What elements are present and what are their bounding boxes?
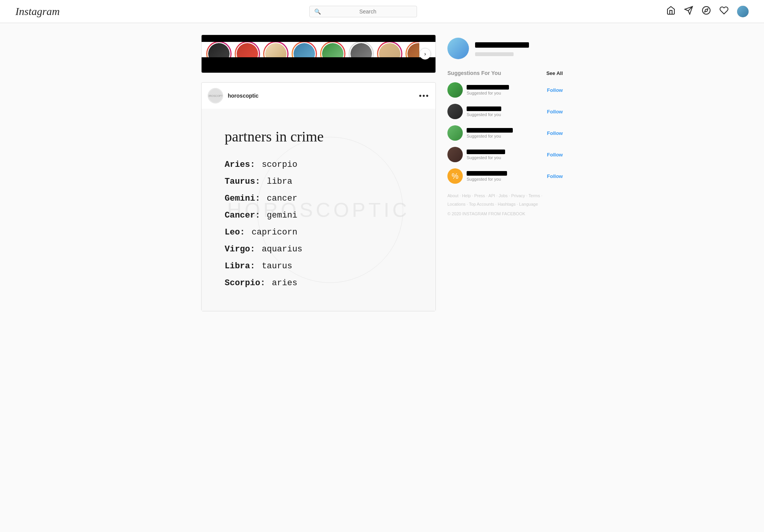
footer-link-locations[interactable]: Locations — [447, 202, 465, 206]
post-avatar[interactable]: HOROSCOPTIC — [208, 88, 223, 103]
post-username[interactable]: horoscoptic — [228, 93, 259, 99]
stories-container: › — [201, 35, 436, 73]
list-item: Virgo: aquarius — [225, 241, 412, 258]
footer-link-privacy[interactable]: Privacy — [511, 193, 525, 198]
suggestion-item-4: Suggested for you Follow — [447, 147, 563, 162]
list-item: Libra: taurus — [225, 258, 412, 275]
sidebar-username-bar — [475, 42, 529, 48]
footer-copyright: © 2020 INSTAGRAM FROM FACEBOOK — [447, 211, 563, 216]
search-bar[interactable]: 🔍 — [309, 6, 417, 17]
suggestion-item-5: % Suggested for you Follow — [447, 168, 563, 184]
suggestion-avatar[interactable] — [447, 125, 463, 141]
post-header: HOROSCOPTIC horoscoptic ••• — [202, 83, 435, 109]
suggestion-item-2: Suggested for you Follow — [447, 104, 563, 119]
post-avatar-image: HOROSCOPTIC — [209, 89, 222, 103]
suggestion-info: Suggested for you — [467, 150, 543, 160]
suggestions-title: Suggestions For You — [447, 70, 501, 76]
suggestion-avatar[interactable] — [447, 147, 463, 162]
post-more-button[interactable]: ••• — [419, 91, 429, 100]
post-user: HOROSCOPTIC horoscoptic — [208, 88, 259, 103]
list-item: Taurus: libra — [225, 173, 412, 190]
post-card: HOROSCOPTIC horoscoptic ••• HOROSCOPTIC … — [201, 82, 436, 311]
footer-link-terms[interactable]: Terms — [529, 193, 540, 198]
footer-link-topaccounts[interactable]: Top Accounts — [469, 202, 494, 206]
follow-button-1[interactable]: Follow — [547, 87, 563, 93]
follow-button-3[interactable]: Follow — [547, 130, 563, 136]
svg-marker-3 — [705, 8, 708, 12]
profile-avatar[interactable] — [737, 6, 749, 17]
footer-links: About · Help · Press · API · Jobs · Priv… — [447, 191, 563, 208]
list-item: Aries: scorpio — [225, 156, 412, 173]
footer-link-help[interactable]: Help — [462, 193, 471, 198]
instagram-logo[interactable]: Instagram — [15, 5, 60, 18]
stories-top-bar — [202, 35, 435, 42]
suggestion-username-bar — [467, 106, 501, 111]
footer-link-press[interactable]: Press — [474, 193, 485, 198]
search-input[interactable] — [324, 8, 412, 15]
suggestion-username-bar — [467, 128, 513, 133]
send-icon[interactable] — [684, 6, 693, 17]
sidebar: Suggestions For You See All Suggested fo… — [447, 35, 563, 311]
footer-link-about[interactable]: About — [447, 193, 459, 198]
post-content: partners in crime Aries: scorpio Taurus:… — [225, 128, 412, 292]
page-container: › HOROSCOPTIC horoscoptic ••• HOROSCOPTI… — [190, 23, 574, 323]
suggestion-username-bar — [467, 150, 505, 154]
suggestion-username-bar — [467, 85, 509, 90]
suggestion-username-bar — [467, 171, 507, 176]
sidebar-user-info — [475, 41, 563, 56]
heart-icon[interactable] — [719, 6, 729, 17]
navbar: Instagram 🔍 — [0, 0, 764, 23]
post-image: HOROSCOPTIC partners in crime Aries: sco… — [202, 109, 435, 311]
suggestion-info: Suggested for you — [467, 171, 543, 181]
follow-button-4[interactable]: Follow — [547, 152, 563, 158]
suggestion-sub: Suggested for you — [467, 177, 543, 181]
footer-link-language[interactable]: Language — [519, 202, 538, 206]
follow-button-5[interactable]: Follow — [547, 173, 563, 179]
suggestion-sub: Suggested for you — [467, 155, 543, 160]
sidebar-user-avatar[interactable] — [447, 38, 469, 59]
stories-bottom-bar — [202, 57, 435, 73]
compass-icon[interactable] — [702, 6, 711, 17]
suggestion-sub: Suggested for you — [467, 134, 543, 138]
list-item: Leo: capricorn — [225, 224, 412, 241]
see-all-button[interactable]: See All — [546, 70, 563, 76]
footer-link-api[interactable]: API — [488, 193, 495, 198]
footer-link-jobs[interactable]: Jobs — [499, 193, 507, 198]
suggestion-item-1: Suggested for you Follow — [447, 82, 563, 98]
suggestion-info: Suggested for you — [467, 128, 543, 138]
list-item: Cancer: gemini — [225, 207, 412, 224]
suggestion-avatar[interactable]: % — [447, 168, 463, 184]
list-item: Scorpio: aries — [225, 275, 412, 292]
nav-icons — [666, 6, 749, 17]
main-feed: › HOROSCOPTIC horoscoptic ••• HOROSCOPTI… — [201, 35, 436, 311]
sidebar-name-bar — [475, 52, 514, 56]
follow-button-2[interactable]: Follow — [547, 109, 563, 115]
suggestion-sub: Suggested for you — [467, 91, 543, 95]
sidebar-current-user — [447, 35, 563, 62]
home-icon[interactable] — [666, 6, 676, 17]
post-title: partners in crime — [225, 128, 412, 145]
suggestion-avatar[interactable] — [447, 82, 463, 98]
suggestions-header: Suggestions For You See All — [447, 70, 563, 76]
list-item: Gemini: cancer — [225, 190, 412, 207]
footer-link-hashtags[interactable]: Hashtags — [498, 202, 515, 206]
stories-next-button[interactable]: › — [419, 48, 431, 60]
suggestion-avatar[interactable] — [447, 104, 463, 119]
suggestion-item-3: Suggested for you Follow — [447, 125, 563, 141]
svg-point-2 — [702, 7, 710, 14]
zodiac-list: Aries: scorpio Taurus: libra Gemini: can… — [225, 156, 412, 292]
suggestion-sub: Suggested for you — [467, 112, 543, 117]
search-icon: 🔍 — [314, 8, 321, 15]
suggestion-info: Suggested for you — [467, 106, 543, 117]
suggestion-info: Suggested for you — [467, 85, 543, 95]
